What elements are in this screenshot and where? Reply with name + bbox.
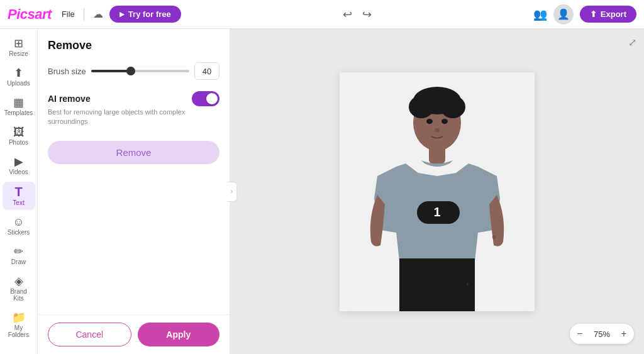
tool-panel-footer: Cancel Apply — [38, 314, 230, 354]
apply-button[interactable]: Apply — [138, 323, 220, 346]
svg-rect-11 — [399, 258, 475, 311]
sidebar-item-brand-kits[interactable]: ◈ Brand Kits — [3, 272, 35, 306]
sidebar-label-resize: Resize — [9, 50, 28, 57]
tool-panel: Remove Brush size 40 AI remove Best for … — [38, 29, 230, 354]
brush-slider-wrap — [91, 70, 189, 72]
brush-value-display: 40 — [194, 62, 219, 80]
cloud-button[interactable]: ☁ — [93, 8, 103, 20]
sidebar-label-my-folders: My Folders — [5, 324, 33, 338]
ai-remove-row: AI remove Best for removing large object… — [48, 91, 219, 127]
svg-text:⚙: ⚙ — [492, 235, 496, 240]
zoom-controls: − 75% + — [570, 324, 634, 344]
text-icon: T — [14, 185, 22, 198]
canvas-svg: 1 ⚙ ✦ — [340, 72, 535, 311]
resize-icon: ⊞ — [14, 38, 23, 49]
sidebar-item-photos[interactable]: 🖼 Photos — [3, 123, 35, 150]
cloud-icon: ☁ — [93, 8, 103, 20]
plus-icon: + — [621, 328, 626, 340]
topbar-right: 👥 👤 ⬆ Export — [533, 4, 636, 25]
export-icon: ⬆ — [590, 9, 597, 19]
sidebar-item-stickers[interactable]: ☺ Stickers — [3, 213, 35, 240]
sidebar-item-resize[interactable]: ⊞ Resize — [3, 34, 35, 61]
sidebar-item-draw[interactable]: ✏ Draw — [3, 242, 35, 269]
sidebar-label-brand-kits: Brand Kits — [5, 288, 33, 302]
tool-title: Remove — [48, 39, 219, 52]
ai-remove-toggle[interactable] — [192, 91, 219, 106]
canvas-area: 1 ⚙ ✦ ⤢ − 75% + — [230, 29, 644, 354]
svg-text:✦: ✦ — [465, 282, 470, 287]
user-group-icon: 👥 — [533, 8, 547, 21]
chevron-right-icon: › — [231, 188, 233, 195]
sidebar-label-uploads: Uploads — [7, 80, 30, 87]
avatar-icon: 👤 — [557, 8, 570, 20]
export-button[interactable]: ⬆ Export — [580, 6, 636, 23]
brand-kits-icon: ◈ — [14, 275, 23, 287]
redo-icon: ↪ — [362, 8, 372, 21]
ai-remove-description: Best for removing large objects with com… — [48, 108, 219, 127]
logo: Picsart — [8, 6, 52, 23]
tool-panel-content: Remove Brush size 40 AI remove Best for … — [38, 29, 230, 314]
icon-sidebar: ⊞ Resize ⬆ Uploads ▦ Templates 🖼 Photos … — [0, 29, 38, 354]
cancel-button[interactable]: Cancel — [48, 323, 131, 346]
expand-icon[interactable]: ⤢ — [628, 36, 636, 48]
minus-icon: − — [577, 328, 582, 340]
svg-point-8 — [435, 128, 440, 132]
svg-text:1: 1 — [433, 205, 440, 219]
stickers-icon: ☺ — [13, 216, 24, 228]
draw-icon: ✏ — [14, 246, 23, 257]
sidebar-label-draw: Draw — [11, 258, 26, 265]
sidebar-label-templates: Templates — [4, 109, 33, 116]
ai-remove-title: AI remove — [48, 94, 91, 104]
my-folders-icon: 📁 — [12, 312, 26, 323]
sidebar-item-uploads[interactable]: ⬆ Uploads — [3, 64, 35, 91]
try-for-free-button[interactable]: Try for free — [109, 6, 181, 23]
file-menu[interactable]: File — [62, 9, 75, 19]
topbar: Picsart File ☁ Try for free ↩ ↪ 👥 👤 ⬆ Ex… — [0, 0, 644, 29]
sidebar-label-photos: Photos — [9, 139, 28, 146]
uploads-icon: ⬆ — [14, 67, 23, 79]
svg-point-6 — [426, 119, 433, 124]
topbar-center: ↩ ↪ — [187, 8, 527, 21]
main-area: ⊞ Resize ⬆ Uploads ▦ Templates 🖼 Photos … — [0, 29, 644, 354]
photos-icon: 🖼 — [13, 126, 25, 138]
collapse-handle[interactable]: › — [227, 182, 237, 202]
videos-icon: ▶ — [14, 156, 23, 167]
sidebar-item-videos[interactable]: ▶ Videos — [3, 152, 35, 179]
svg-point-5 — [440, 96, 465, 118]
sidebar-label-text: Text — [13, 199, 24, 206]
brush-size-label: Brush size — [48, 67, 86, 76]
sidebar-item-templates[interactable]: ▦ Templates — [3, 93, 35, 120]
toggle-knob — [206, 93, 218, 104]
svg-point-4 — [409, 96, 434, 118]
ai-remove-header: AI remove — [48, 91, 219, 106]
undo-icon: ↩ — [343, 8, 352, 21]
avatar-button[interactable]: 👤 — [553, 4, 574, 25]
topbar-divider — [84, 8, 84, 21]
zoom-in-button[interactable]: + — [614, 324, 634, 344]
svg-point-7 — [441, 119, 448, 124]
brush-size-row: Brush size 40 — [48, 62, 219, 80]
try-for-free-label: Try for free — [128, 9, 171, 19]
redo-button[interactable]: ↪ — [362, 8, 372, 21]
sidebar-item-text[interactable]: T Text — [3, 182, 35, 210]
export-label: Export — [601, 9, 626, 19]
undo-button[interactable]: ↩ — [343, 8, 352, 21]
sidebar-label-videos: Videos — [9, 169, 28, 175]
sidebar-item-my-folders[interactable]: 📁 My Folders — [3, 308, 35, 342]
user-group-button[interactable]: 👥 — [533, 8, 547, 21]
sidebar-label-stickers: Stickers — [8, 229, 30, 236]
zoom-out-button[interactable]: − — [570, 324, 590, 344]
brush-slider[interactable] — [91, 70, 189, 72]
remove-button[interactable]: Remove — [48, 141, 219, 164]
canvas-image: 1 ⚙ ✦ — [340, 72, 535, 311]
zoom-value: 75% — [590, 329, 614, 339]
templates-icon: ▦ — [13, 97, 24, 108]
